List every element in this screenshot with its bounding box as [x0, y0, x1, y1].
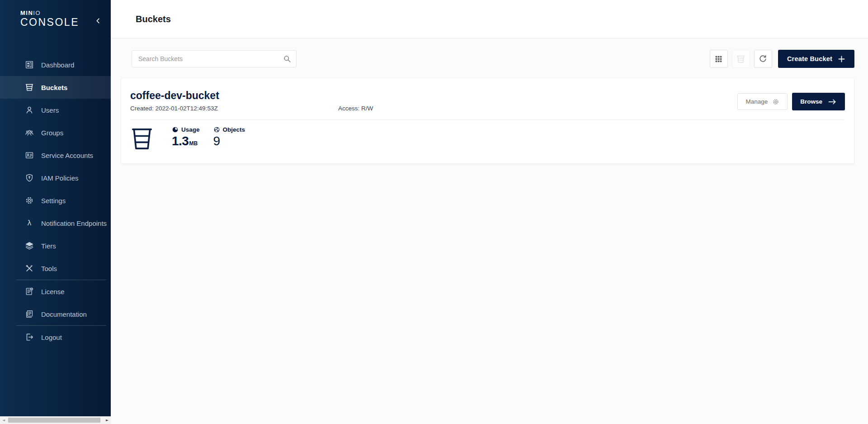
- objects-number: 9: [213, 134, 220, 148]
- create-bucket-label: Create Bucket: [787, 55, 832, 62]
- page-header: Buckets: [111, 0, 868, 38]
- sidebar-item-service-accounts[interactable]: Service Accounts: [0, 144, 111, 167]
- sidebar-menu: Dashboard Buckets Users Groups Service A…: [0, 38, 111, 348]
- objects-label: Objects: [223, 126, 245, 133]
- shield-icon: [25, 173, 34, 182]
- sidebar-item-label: License: [41, 288, 65, 295]
- sidebar-item-label: Settings: [41, 197, 66, 205]
- objects-value: 9: [213, 134, 245, 148]
- page-title: Buckets: [136, 14, 171, 24]
- sidebar-item-users[interactable]: Users: [0, 99, 111, 121]
- sidebar-item-notification-endpoints[interactable]: Notification Endpoints: [0, 212, 111, 234]
- usage-label: Usage: [181, 126, 200, 133]
- browse-button[interactable]: Browse: [792, 93, 845, 110]
- created-value: 2022-01-02T12:49:53Z: [156, 105, 218, 112]
- sidebar-item-buckets[interactable]: Buckets: [0, 76, 111, 99]
- actions-row: Create Bucket: [126, 50, 854, 68]
- sidebar-item-settings[interactable]: Settings: [0, 189, 111, 212]
- search-icon: [283, 54, 292, 63]
- sidebar-item-label: Documentation: [41, 310, 87, 318]
- manage-button[interactable]: Manage: [737, 93, 788, 110]
- bucket-delete-icon: [736, 54, 745, 64]
- scrollbar-thumb[interactable]: [8, 418, 100, 423]
- brand-io: IO: [33, 10, 41, 16]
- sidebar-item-license[interactable]: License: [0, 280, 111, 303]
- usage-number: 1.3: [172, 134, 189, 148]
- card-divider: [130, 119, 845, 120]
- plus-icon: [838, 55, 845, 63]
- sidebar-item-label: Groups: [41, 129, 63, 137]
- objects-metric: Objects 9: [213, 126, 245, 148]
- create-bucket-button[interactable]: Create Bucket: [778, 50, 854, 68]
- sidebar-item-label: IAM Policies: [41, 174, 79, 182]
- sidebar-item-logout[interactable]: Logout: [0, 326, 111, 348]
- sidebar-item-iam-policies[interactable]: IAM Policies: [0, 167, 111, 189]
- objects-label-row: Objects: [213, 126, 245, 133]
- sidebar-item-documentation[interactable]: Documentation: [0, 303, 111, 325]
- sidebar-item-label: Logout: [41, 333, 62, 341]
- bucket-icon: [25, 83, 34, 92]
- usage-label-row: Usage: [172, 126, 200, 133]
- access-value: R/W: [361, 105, 373, 112]
- arrow-right-icon: [828, 97, 837, 106]
- sidebar-item-label: Buckets: [41, 84, 67, 91]
- sidebar-item-label: Notification Endpoints: [41, 219, 107, 227]
- tools-icon: [25, 264, 34, 273]
- sidebar-item-dashboard[interactable]: Dashboard: [0, 53, 111, 76]
- refresh-icon: [758, 54, 768, 64]
- created-label: Created:: [130, 105, 154, 112]
- bucket-created: Created: 2022-01-02T12:49:53Z: [130, 105, 338, 112]
- grid-view-icon: [714, 54, 723, 64]
- minio-console-app: MINIO CONSOLE Dashboard Buckets Users Gr…: [0, 0, 868, 424]
- bucket-card-buttons: Manage Browse: [737, 93, 845, 110]
- bucket-access: Access: R/W: [338, 105, 373, 112]
- main-area: Buckets: [111, 0, 868, 424]
- bucket-icon-large: [130, 126, 154, 152]
- content: Create Bucket coffee-dev-bucket Created:…: [111, 38, 868, 164]
- gear-icon: [772, 98, 779, 105]
- sidebar-item-label: Dashboard: [41, 61, 74, 69]
- groups-icon: [25, 128, 34, 137]
- brand-min: MIN: [20, 10, 33, 16]
- sidebar-item-label: Service Accounts: [41, 152, 93, 159]
- sidebar-item-label: Tiers: [41, 242, 56, 250]
- sidebar-item-groups[interactable]: Groups: [0, 121, 111, 144]
- refresh-button[interactable]: [754, 50, 772, 68]
- user-icon: [25, 105, 34, 114]
- bucket-stats: Usage 1.3 MB Objects 9: [130, 126, 845, 152]
- delete-buckets-button-disabled[interactable]: [732, 50, 750, 68]
- id-card-icon: [25, 151, 34, 160]
- license-icon: [25, 287, 34, 296]
- usage-unit: MB: [189, 140, 198, 147]
- usage-value: 1.3 MB: [172, 134, 200, 148]
- documentation-icon: [25, 310, 34, 319]
- sidebar: MINIO CONSOLE Dashboard Buckets Users Gr…: [0, 0, 111, 424]
- grid-view-button[interactable]: [710, 50, 728, 68]
- usage-metric: Usage 1.3 MB: [172, 126, 200, 148]
- usage-pie-icon: [172, 126, 179, 133]
- search-wrap: [132, 50, 297, 67]
- objects-icon: [213, 126, 220, 133]
- search-input[interactable]: [132, 50, 297, 67]
- sidebar-horizontal-scrollbar[interactable]: ◄ ►: [0, 416, 111, 424]
- gear-icon: [25, 196, 34, 205]
- chevron-left-icon: [94, 17, 102, 24]
- toolbar-buttons: Create Bucket: [710, 50, 854, 68]
- layers-icon: [25, 241, 34, 250]
- manage-label: Manage: [745, 98, 768, 105]
- brand-logo: MINIO CONSOLE: [0, 0, 111, 38]
- sidebar-item-tiers[interactable]: Tiers: [0, 234, 111, 257]
- sidebar-item-tools[interactable]: Tools: [0, 257, 111, 280]
- logout-icon: [25, 333, 34, 342]
- bucket-card: coffee-dev-bucket Created: 2022-01-02T12…: [121, 78, 854, 164]
- dashboard-icon: [25, 60, 34, 69]
- scrollbar-left-arrow[interactable]: ◄: [0, 416, 7, 424]
- browse-label: Browse: [800, 98, 822, 105]
- sidebar-collapse-button[interactable]: [93, 15, 104, 26]
- access-label: Access:: [338, 105, 359, 112]
- lambda-icon: [25, 219, 34, 228]
- sidebar-item-label: Tools: [41, 265, 57, 272]
- scrollbar-right-arrow[interactable]: ►: [104, 416, 111, 424]
- sidebar-item-label: Users: [41, 106, 59, 114]
